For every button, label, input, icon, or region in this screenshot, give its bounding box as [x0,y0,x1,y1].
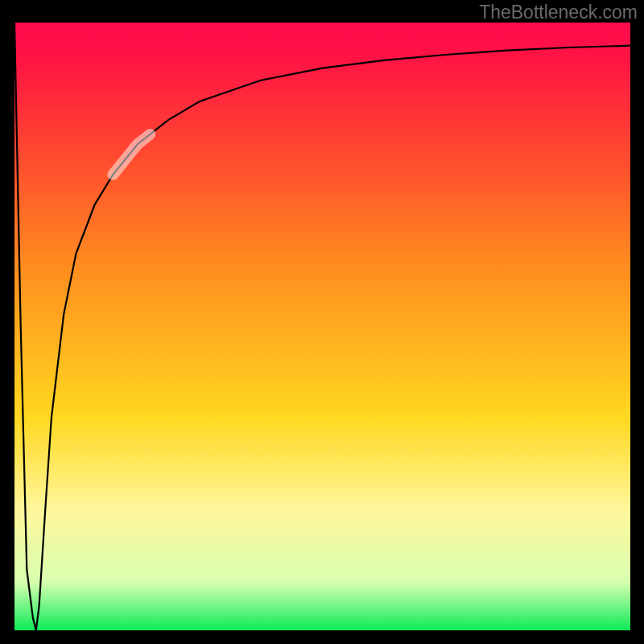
chart-frame: TheBottleneck.com [0,0,644,644]
watermark-text: TheBottleneck.com [479,2,638,23]
curve-svg [14,23,630,630]
bottleneck-curve [14,23,630,630]
plot-area [14,23,630,630]
curve-highlight [113,134,150,175]
